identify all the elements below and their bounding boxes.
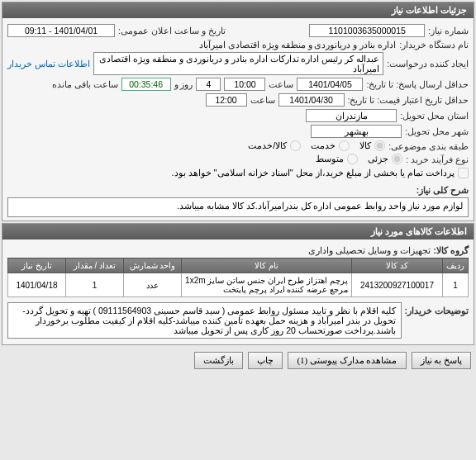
th-code: کد کالا [352,258,443,273]
proc-medium-label: متوسط [316,154,344,164]
deadline-label: حداقل ارسال پاسخ: تا تاریخ: [366,79,469,89]
td-qty: 1 [66,273,124,297]
footer-buttons: پاسخ به نیاز مشاهده مدارک پیوستی (1) چاپ… [0,347,476,374]
hour-label-2: ساعت [250,95,275,105]
items-panel: اطلاعات کالاهای مورد نیاز گروه کالا: تجه… [2,223,474,345]
th-name: نام کالا [182,258,352,273]
price-valid-date: 1401/04/30 [278,93,345,107]
panel-title: جزئیات اطلاعات نیاز [2,2,474,18]
items-table: ردیف کد کالا نام کالا واحد شمارش تعداد /… [7,258,469,297]
proc-medium-radio[interactable]: متوسط [316,154,358,164]
print-button[interactable]: چاپ [248,352,283,369]
items-body: گروه کالا: تجهیزات و وسایل تحصیلی واداری… [2,239,474,344]
province-value: مازندران [306,109,397,122]
deadline-hour: 10:00 [224,78,265,91]
th-unit: واحد شمارش [124,258,182,273]
price-valid-hour: 12:00 [206,93,247,107]
th-idx: ردیف [443,258,469,273]
td-code: 2413200927100017 [352,273,443,297]
buyer-value: اداره بنادر و دریانوردی و منطقه ویژه اقت… [199,40,396,50]
category-label: طبقه بندی موضوعی: [388,141,469,151]
need-no-value: 1101003635000015 [309,24,425,37]
province-label: استان محل تحویل: [400,111,469,121]
cat-service-label: خدمت [311,140,336,151]
price-valid-label: حداقل تاریخ اعتبار قیمت: تا تاریخ: [348,95,469,105]
back-button[interactable]: بازگشت [194,352,243,369]
table-row: 1 2413200927100017 پرچم اهتزاز طرح ایران… [8,273,469,297]
city-value: بهشهر [311,125,402,138]
td-date: 1401/04/18 [8,273,66,297]
deadline-date: 1401/04/05 [297,78,363,91]
th-date: تاریخ نیاز [8,258,66,273]
cat-goods-radio[interactable]: کالا [359,140,385,151]
need-no-label: شماره نیاز: [428,26,469,36]
main-panel: جزئیات اطلاعات نیاز شماره نیاز: 11010036… [2,2,474,221]
cat-service-radio[interactable]: خدمت [311,140,350,151]
requester-label: ایجاد کننده درخواست: [387,59,469,69]
group-value: تجهیزات و وسایل تحصیلی واداری [308,245,431,255]
table-header-row: ردیف کد کالا نام کالا واحد شمارش تعداد /… [8,258,469,273]
days-label: روز و [174,79,193,89]
th-qty: تعداد / مقدار [66,258,124,273]
reply-button[interactable]: پاسخ به نیاز [412,352,472,369]
buyer-label: نام دستگاه خریدار: [399,40,469,50]
info-body: شماره نیاز: 1101003635000015 تاریخ و ساع… [2,18,474,221]
hour-label-1: ساعت [269,79,293,89]
remain-label: ساعت باقی مانده [52,79,118,89]
group-label: گروه کالا: [434,245,469,255]
attachments-button[interactable]: مشاهده مدارک پیوستی (1) [288,352,406,369]
cat-both-label: کالا/خدمت [248,140,287,151]
proc-partial-label: جزئی [368,154,388,164]
cat-goods-label: کالا [359,140,371,151]
cat-both-radio[interactable]: کالا/خدمت [248,140,301,151]
days-value: 4 [196,78,221,91]
buyer-notes-label: توضیحات خریدار: [405,306,469,315]
pay-check[interactable]: پرداخت تمام یا بخشی از مبلغ خرید،از محل … [171,168,469,178]
td-unit: عدد [124,273,182,297]
desc-text: لوازم مورد نیاز واحد روابط عمومی اداره ک… [7,197,469,217]
td-idx: 1 [443,273,469,297]
items-header: اطلاعات کالاهای مورد نیاز [2,224,474,239]
td-name: پرچم اهتزاز طرح ایران جنس ساتن سایز 1x2m… [182,273,352,297]
requester-value: عبداله کر رئیس اداره تدارکات اداره بنادر… [93,52,383,75]
announce-value: 1401/04/01 - 09:11 [7,24,115,37]
remain-time: 00:35:46 [121,78,171,91]
pay-note-label: پرداخت تمام یا بخشی از مبلغ خرید،از محل … [171,168,455,178]
announce-label: تاریخ و ساعت اعلان عمومی: [118,26,226,36]
city-label: شهر محل تحویل: [405,126,469,136]
contact-link[interactable]: اطلاعات تماس خریدار [7,59,90,69]
buyer-notes: کلیه اقلام با نظر و تایید مسئول روابط عم… [7,302,402,339]
process-label: نوع فرآیند خرید : [406,154,469,164]
proc-partial-radio[interactable]: جزئی [368,154,402,164]
desc-title-label: شرح کلی نیاز: [416,185,469,195]
